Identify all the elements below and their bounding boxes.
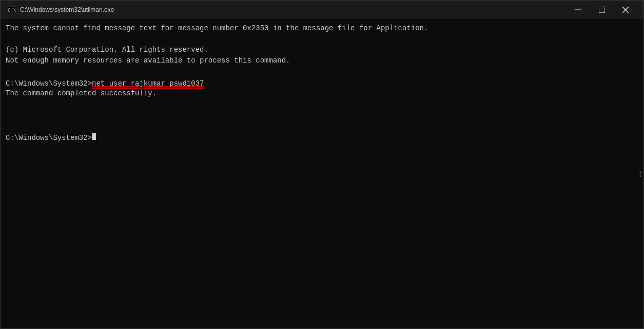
window-controls bbox=[567, 1, 637, 19]
command-typed-1: net user rajkumar pswd1037 bbox=[92, 79, 204, 88]
cursor bbox=[92, 133, 96, 140]
prompt-1: C:\Windows\System32> bbox=[6, 79, 92, 88]
output-line-2 bbox=[6, 34, 638, 45]
close-button[interactable] bbox=[614, 1, 637, 19]
cmd-icon: C:\ bbox=[7, 5, 16, 14]
title-bar: C:\ C:\Windows\system32\utilman.exe bbox=[1, 1, 643, 19]
output-line-3: (c) Microsoft Corporation. All rights re… bbox=[6, 45, 638, 55]
minimize-button[interactable] bbox=[567, 1, 590, 19]
output-line-8 bbox=[6, 110, 638, 120]
output-line-1: The system cannot find message text for … bbox=[6, 23, 638, 34]
prompt-2: C:\Windows\System32> bbox=[6, 134, 92, 142]
terminal-content[interactable]: The system cannot find message text for … bbox=[1, 19, 643, 328]
command-line-1: C:\Windows\System32>net user rajkumar ps… bbox=[6, 79, 638, 88]
svg-rect-4 bbox=[599, 7, 605, 13]
svg-rect-3 bbox=[575, 9, 581, 10]
output-line-4: Not enough memory resources are availabl… bbox=[6, 55, 638, 66]
scrollbar-hint: ↕ bbox=[637, 168, 643, 180]
output-line-5 bbox=[6, 66, 638, 77]
maximize-button[interactable] bbox=[590, 1, 614, 19]
svg-text:C:\: C:\ bbox=[8, 8, 16, 13]
window-title: C:\Windows\system32\utilman.exe bbox=[20, 6, 567, 13]
cmd-window: C:\ C:\Windows\system32\utilman.exe bbox=[0, 0, 644, 329]
output-success: The command completed successfully. bbox=[6, 88, 638, 99]
command-line-2: C:\Windows\System32> bbox=[6, 133, 638, 142]
output-line-7 bbox=[6, 99, 638, 110]
